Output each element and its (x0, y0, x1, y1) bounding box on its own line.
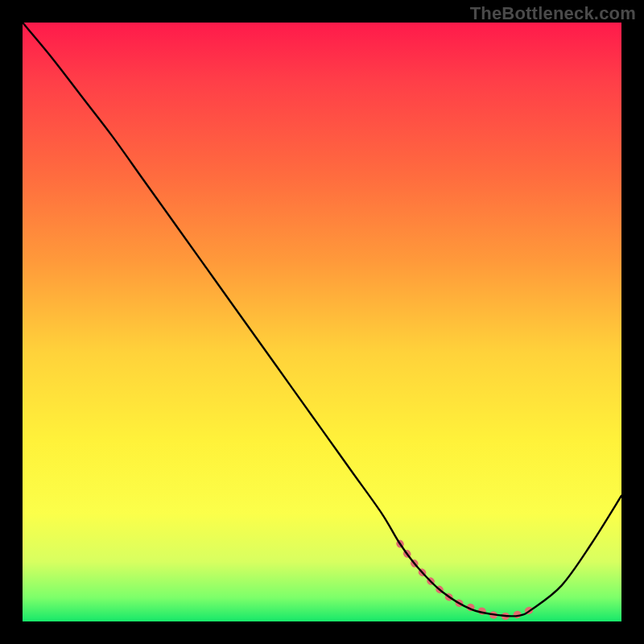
chart-svg (23, 23, 621, 621)
chart-frame: TheBottleneck.com (0, 0, 644, 644)
plot-area (23, 23, 621, 621)
gradient-background (23, 23, 621, 621)
watermark-text: TheBottleneck.com (470, 3, 636, 24)
